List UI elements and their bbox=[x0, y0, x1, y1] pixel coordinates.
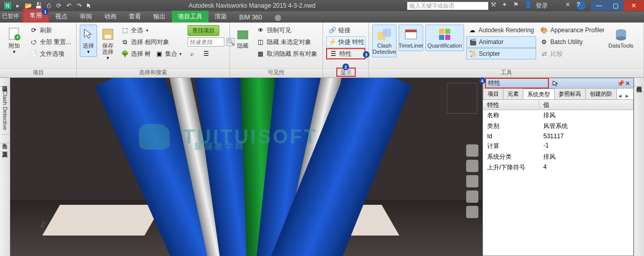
tab-scroll-left[interactable]: ◂ bbox=[616, 92, 624, 99]
file-options-button[interactable]: 📄文件选项 bbox=[28, 48, 73, 59]
scripter-button[interactable]: 📜Scripter bbox=[466, 48, 536, 59]
quick-properties-button[interactable]: ⚡快捷 特性 bbox=[326, 36, 365, 48]
property-row[interactable]: 系统分类排风 bbox=[483, 152, 633, 162]
selection-tree-button[interactable]: 🌳选择 树 bbox=[119, 48, 153, 59]
nav-look-icon[interactable] bbox=[466, 206, 478, 218]
clash-detective-button[interactable]: Clash Detective bbox=[372, 25, 397, 57]
help-search-input[interactable]: 输入关键字或短语 bbox=[407, 2, 489, 10]
left-tab-0[interactable]: 项目目录 bbox=[0, 78, 10, 87]
tool-icon-3[interactable]: ⚑ bbox=[513, 1, 522, 10]
tab-rec[interactable]: ⬤ bbox=[268, 12, 287, 23]
tool-icon-1[interactable]: ⚒ bbox=[491, 1, 500, 10]
panel-project-title[interactable]: 项目 bbox=[0, 68, 76, 77]
tab-item-tools[interactable]: 项目工具 bbox=[172, 11, 209, 23]
tab-render[interactable]: 渲染 bbox=[209, 11, 233, 23]
save-sel-icon bbox=[101, 27, 115, 41]
login-link[interactable]: 登录 bbox=[536, 2, 548, 10]
appearance-profiler-button[interactable]: 🎨Appearance Profiler bbox=[538, 25, 607, 36]
quantification-button[interactable]: Quantification bbox=[425, 25, 464, 51]
refresh-button[interactable]: ⟳刷新 bbox=[28, 25, 73, 36]
paused-label: 已暂停 bbox=[2, 12, 19, 20]
ptab-1[interactable]: 元素 bbox=[503, 89, 523, 99]
new-icon[interactable]: ▸ bbox=[13, 1, 22, 10]
autodesk-rendering-button[interactable]: ☁Autodesk Rendering bbox=[466, 25, 536, 36]
sets-button[interactable]: ▣集合▾ bbox=[153, 48, 183, 59]
rendering-label: Autodesk Rendering bbox=[478, 27, 534, 34]
tab-look[interactable]: 查看 bbox=[123, 11, 147, 23]
hide-unselected-button[interactable]: ◫隐藏 未选定对象 bbox=[255, 36, 319, 48]
ribbon: + 附加 ▼ ⟳刷新 ⭯全部 重置... 📄文件选项 项目 选择 ▼ 保存 选择… bbox=[0, 23, 644, 78]
ptab-4[interactable]: 创建的阶 bbox=[585, 89, 617, 99]
quick-find-input[interactable] bbox=[188, 37, 224, 47]
timeliner-icon bbox=[404, 27, 418, 41]
ptab-0[interactable]: 项目 bbox=[483, 89, 503, 99]
sa-label: 全选 bbox=[131, 26, 143, 35]
pin-icon[interactable]: 📌 bbox=[617, 80, 624, 87]
animator-button[interactable]: 🎬Animator bbox=[466, 36, 536, 48]
compare-button[interactable]: ⇄比较 bbox=[538, 48, 607, 59]
property-row[interactable]: Id531117 bbox=[483, 132, 633, 141]
quant-label: Quantification bbox=[427, 42, 462, 49]
property-row[interactable]: 计算-1 bbox=[483, 141, 633, 152]
unhide-all-button[interactable]: ▦取消隐藏 所有对象 bbox=[255, 48, 319, 59]
filter-icon[interactable]: ☰ bbox=[202, 50, 210, 58]
property-row[interactable]: 上升/下降符号4 bbox=[483, 162, 633, 173]
find-icon[interactable]: ⌕ bbox=[188, 50, 196, 58]
view-cube[interactable] bbox=[447, 83, 477, 114]
timeliner-button[interactable]: TimeLiner bbox=[399, 25, 423, 51]
select-all-button[interactable]: ⬚全选▾ bbox=[119, 25, 183, 36]
tab-scroll-right[interactable]: ▸ bbox=[624, 92, 631, 99]
nav-pan-icon[interactable] bbox=[466, 160, 478, 172]
attach-button[interactable]: + 附加 ▼ bbox=[3, 25, 26, 57]
tab-bim360[interactable]: BIM 360 bbox=[233, 12, 268, 23]
exchange-icon[interactable]: ✕ bbox=[565, 1, 574, 10]
property-row[interactable]: 名称排风 bbox=[483, 110, 633, 121]
left-tab-1[interactable]: Clash Detective bbox=[1, 87, 9, 135]
require-button[interactable]: 👁强制可见 bbox=[255, 25, 319, 36]
batch-utility-button[interactable]: ⚙Batch Utility bbox=[538, 36, 607, 48]
app-menu-icon[interactable]: N bbox=[3, 1, 12, 10]
batch-label: Batch Utility bbox=[550, 38, 583, 46]
svg-text:+: + bbox=[16, 34, 19, 41]
ptab-3[interactable]: 参照标高 bbox=[554, 89, 586, 99]
axis-triad bbox=[20, 221, 61, 252]
nav-zoom-icon[interactable] bbox=[466, 175, 478, 187]
panel-close-button[interactable]: ✕ bbox=[624, 80, 631, 87]
left-tab-2[interactable]: 集合 bbox=[0, 135, 10, 143]
reset-all-button[interactable]: ⭯全部 重置... bbox=[28, 36, 73, 48]
save-selection-button[interactable]: 保存 选择 ▼ bbox=[99, 25, 117, 63]
qp-label: 快捷 特性 bbox=[338, 38, 364, 47]
refresh-icon[interactable]: ⟳ bbox=[54, 1, 63, 10]
select-same-button[interactable]: ⧉选择 相同对象 bbox=[119, 36, 183, 48]
close-button[interactable]: ✕ bbox=[624, 1, 644, 11]
tab-review[interactable]: 审阅 bbox=[74, 11, 98, 23]
links-button[interactable]: 🔗链接 bbox=[326, 25, 365, 36]
tab-view[interactable]: 视点 bbox=[49, 11, 74, 23]
tab-animation[interactable]: 动画 bbox=[98, 11, 123, 23]
ptab-2[interactable]: 系统类型 bbox=[523, 89, 555, 100]
panel-select-title[interactable]: 选择和搜索 bbox=[77, 68, 229, 77]
help-icon[interactable]: ? bbox=[577, 1, 586, 10]
undo-icon[interactable]: ↶ bbox=[64, 1, 74, 10]
right-tab-0[interactable]: 保存的视点 bbox=[634, 78, 644, 87]
property-row[interactable]: 类别风管系统 bbox=[483, 121, 633, 132]
maximize-button[interactable]: ▢ bbox=[607, 1, 624, 11]
properties-button[interactable]: ☰特性 bbox=[326, 48, 365, 59]
tab-output[interactable]: 输出 bbox=[147, 11, 172, 23]
left-tab-3[interactable]: 测量工具 bbox=[0, 143, 10, 152]
hide-icon bbox=[236, 27, 250, 41]
datatools-button[interactable]: DataTools bbox=[609, 25, 633, 51]
select-mode-icon[interactable] bbox=[85, 1, 94, 10]
scripter-label: Scripter bbox=[479, 50, 500, 57]
redo-icon[interactable]: ↷ bbox=[75, 1, 84, 10]
3d-viewport[interactable]: TUITUISOFT 腿腿教学网 bbox=[10, 78, 482, 256]
user-icon[interactable]: 👤 bbox=[524, 1, 534, 10]
nav-orbit-icon[interactable] bbox=[466, 190, 478, 203]
nav-wheel-icon[interactable] bbox=[466, 144, 478, 157]
minimize-button[interactable]: — bbox=[591, 1, 607, 11]
hide-button[interactable]: 隐藏 bbox=[233, 25, 252, 51]
find-items-button[interactable]: 查找项目 bbox=[186, 25, 237, 36]
select-button[interactable]: 选择 ▼ bbox=[80, 25, 97, 57]
svg-rect-9 bbox=[383, 29, 391, 37]
tool-icon-2[interactable]: ✦ bbox=[502, 1, 511, 10]
